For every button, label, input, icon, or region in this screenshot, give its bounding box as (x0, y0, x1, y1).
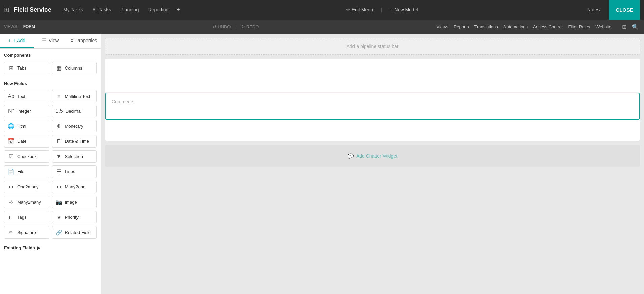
reports-link[interactable]: Reports (454, 24, 469, 29)
field-file[interactable]: 📄 File (4, 165, 49, 178)
edit-menu-btn[interactable]: ✏ Edit Menu (342, 5, 377, 15)
field-image[interactable]: 📷 Image (52, 196, 97, 208)
app-title: Field Service (14, 6, 51, 14)
related-icon: 🔗 (56, 229, 62, 236)
field-many2one[interactable]: ⊷ Many2one (52, 181, 97, 193)
main-layout: + + Add ☰ View ≡ Properties Components ⊞… (0, 34, 644, 294)
components-grid: ⊞ Tabs ▦ Columns (0, 59, 101, 77)
view-icon: ☰ (42, 38, 47, 43)
field-monetary[interactable]: € Monetary (52, 120, 97, 132)
field-html[interactable]: 🌐 Html (4, 120, 49, 132)
search-icon[interactable]: 🔍 (631, 23, 640, 31)
file-icon: 📄 (8, 168, 14, 175)
existing-fields-label: Existing Fields (4, 245, 35, 250)
translations-link[interactable]: Translations (474, 24, 498, 29)
chevron-right-icon: ▶ (37, 245, 40, 250)
pipeline-status-bar[interactable]: Add a pipeline status bar (105, 38, 640, 55)
properties-icon: ≡ (71, 38, 73, 43)
automations-link[interactable]: Automations (503, 24, 528, 29)
chat-icon: 💬 (348, 153, 354, 159)
field-checkbox[interactable]: ☑ Checkbox (4, 150, 49, 163)
field-tags[interactable]: 🏷 Tags (4, 211, 49, 223)
many2many-icon: ⊹ (8, 199, 14, 205)
undo-button[interactable]: ↺ UNDO (211, 23, 233, 31)
close-button[interactable]: CLOSE (609, 0, 640, 20)
field-datetime[interactable]: 🗓 Date & Time (52, 135, 97, 148)
comments-field[interactable]: Comments (105, 93, 640, 120)
nav-reporting[interactable]: Reporting (144, 5, 173, 15)
decimal-icon: 1.5 (56, 108, 63, 114)
undo-redo-group: ↺ UNDO | ↻ REDO (211, 23, 261, 31)
views-link[interactable]: Views (437, 24, 448, 29)
field-date[interactable]: 📅 Date (4, 135, 49, 148)
views-label: VIEWS (4, 24, 17, 29)
one2many-icon: ⊶ (8, 184, 14, 190)
sidebar-tabs: + + Add ☰ View ≡ Properties (0, 34, 101, 49)
canvas: Add a pipeline status bar Comments 💬 Add… (101, 34, 644, 294)
form-footer-row (105, 124, 640, 141)
selection-icon: ▼ (56, 154, 62, 160)
form-label: FORM (23, 24, 35, 29)
form-row-1 (105, 59, 640, 76)
lines-icon: ☰ (56, 168, 62, 175)
columns-icon: ▦ (56, 65, 62, 71)
many2one-icon: ⊷ (56, 184, 62, 190)
signature-icon: ✏ (8, 229, 14, 236)
field-related[interactable]: 🔗 Related Field (52, 226, 97, 239)
plus-icon: + (8, 38, 11, 43)
form-row-2 (105, 76, 640, 93)
component-columns[interactable]: ▦ Columns (52, 62, 97, 74)
redo-button[interactable]: ↻ REDO (239, 23, 261, 31)
text-icon: Ab (8, 93, 14, 99)
nav-planning[interactable]: Planning (116, 5, 143, 15)
date-icon: 📅 (8, 138, 14, 144)
access-control-link[interactable]: Access Control (533, 24, 562, 29)
priority-icon: ★ (56, 214, 62, 220)
icon-btns: ⊞ 🔍 (621, 23, 640, 31)
grid-icon[interactable]: ⊞ (4, 6, 10, 14)
form-canvas: Comments (105, 59, 640, 141)
tabs-icon: ⊞ (8, 65, 14, 71)
nav-sep: | (381, 7, 382, 12)
website-link[interactable]: Website (595, 24, 611, 29)
field-integer[interactable]: N° Integer (4, 105, 49, 117)
field-multiline-text[interactable]: ≡ Multiline Text (52, 90, 97, 102)
field-many2many[interactable]: ⊹ Many2many (4, 196, 49, 208)
tab-add[interactable]: + + Add (0, 34, 34, 48)
notes-btn[interactable]: Notes (582, 5, 605, 15)
chatter-widget[interactable]: 💬 Add Chatter Widget (105, 145, 640, 167)
field-one2many[interactable]: ⊶ One2many (4, 181, 49, 193)
field-decimal[interactable]: 1.5 Decimal (52, 105, 97, 117)
field-selection[interactable]: ▼ Selection (52, 150, 97, 163)
multiline-icon: ≡ (56, 93, 62, 99)
new-fields-grid: Ab Text ≡ Multiline Text N° Integer 1.5 … (0, 87, 101, 241)
existing-fields-section[interactable]: Existing Fields ▶ (0, 241, 101, 255)
components-title: Components (0, 49, 101, 59)
field-priority[interactable]: ★ Priority (52, 211, 97, 223)
sidebar: + + Add ☰ View ≡ Properties Components ⊞… (0, 34, 101, 294)
image-icon: 📷 (56, 199, 62, 205)
nav-my-tasks[interactable]: My Tasks (59, 5, 87, 15)
component-tabs[interactable]: ⊞ Tabs (4, 62, 49, 74)
datetime-icon: 🗓 (56, 138, 62, 144)
top-nav: ⊞ Field Service My Tasks All Tasks Plann… (0, 0, 644, 20)
tags-icon: 🏷 (8, 214, 14, 220)
canvas-inner: Add a pipeline status bar Comments 💬 Add… (105, 38, 640, 290)
monetary-icon: € (56, 123, 62, 129)
integer-icon: N° (8, 108, 14, 114)
tab-view[interactable]: ☰ View (34, 34, 67, 48)
sub-nav: VIEWS FORM ↺ UNDO | ↻ REDO Views Reports… (0, 20, 644, 34)
field-lines[interactable]: ☰ Lines (52, 165, 97, 178)
new-model-btn[interactable]: + New Model (386, 5, 422, 15)
tab-properties[interactable]: ≡ Properties (67, 34, 101, 48)
html-icon: 🌐 (8, 123, 14, 129)
add-menu-icon[interactable]: + (174, 5, 182, 15)
nav-all-tasks[interactable]: All Tasks (88, 5, 115, 15)
field-text[interactable]: Ab Text (4, 90, 49, 102)
checkbox-icon: ☑ (8, 153, 14, 160)
field-signature[interactable]: ✏ Signature (4, 226, 49, 239)
new-fields-title: New Fields (0, 77, 101, 87)
filter-rules-link[interactable]: Filter Rules (568, 24, 590, 29)
grid-view-icon[interactable]: ⊞ (621, 23, 628, 31)
right-actions: Views Reports Translations Automations A… (437, 23, 640, 31)
